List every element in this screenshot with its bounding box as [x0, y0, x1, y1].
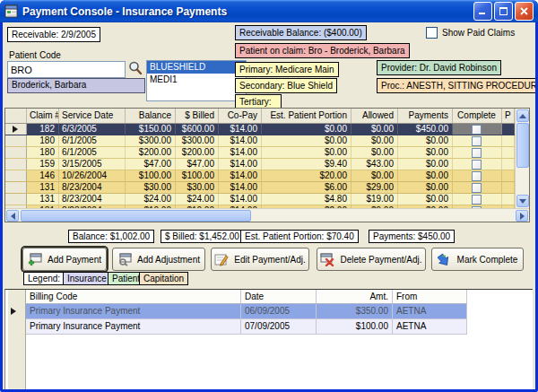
patient-name-suggestion[interactable]: Broderick, Barbara	[7, 78, 145, 93]
scroll-right-button[interactable]	[516, 210, 528, 222]
column-header-from: From	[393, 290, 467, 303]
amount-cell: $350.00	[317, 304, 393, 318]
balance-cell: $150.00	[126, 124, 176, 135]
insurance-list-item[interactable]: MEDI1	[147, 74, 246, 86]
complete-checkbox[interactable]	[472, 148, 482, 158]
complete-checkbox[interactable]	[472, 183, 482, 193]
claim-row[interactable]: 159 3/15/2005 $47.00 $47.00 $14.00 $9.40…	[5, 159, 515, 170]
copay-cell: $14.00	[219, 147, 262, 158]
complete-checkbox[interactable]	[472, 195, 482, 205]
claim-row[interactable]: 180 6/1/2005 $300.00 $300.00 $14.00 $0.0…	[5, 135, 515, 147]
summary-est-patient-portion: Est. Patient Portion: $70.40	[240, 230, 359, 243]
delete-payment-label: Delete Payment/Adj.	[340, 255, 421, 265]
billed-cell: $600.00	[176, 124, 219, 135]
claim-number-cell: 159	[27, 159, 59, 170]
horizontal-scroll-thumb[interactable]	[21, 210, 251, 222]
payment-row[interactable]: Primary Insurance Payment 06/09/2005 $35…	[26, 304, 467, 319]
receivable-balance-label: Receivable Balance: ($400.00)	[235, 25, 367, 40]
minimize-icon	[479, 7, 487, 15]
payments-cell: $0.00	[398, 135, 453, 146]
insurance-list-item[interactable]: BLUESHIELD	[147, 61, 246, 74]
column-header-complete: Complete	[453, 109, 502, 123]
est-patient-portion-cell: $20.00	[262, 170, 351, 181]
row-indicator	[5, 170, 27, 181]
date-cell: 07/09/2005	[241, 319, 317, 334]
provider-label: Provider: Dr. David Robinson	[377, 60, 501, 75]
complete-checkbox[interactable]	[472, 136, 482, 146]
column-header-balance: Balance	[126, 109, 176, 123]
complete-cell	[453, 124, 502, 135]
est-patient-portion-cell: $6.00	[262, 182, 351, 193]
primary-insurance-label: Primary: Medicare Main	[235, 62, 339, 77]
column-header-payments: Payments	[398, 109, 453, 123]
delete-payment-icon	[320, 253, 334, 266]
summary-billed: $ Billed: $1,452.00	[161, 230, 244, 243]
allowed-cell: $29.00	[351, 182, 398, 193]
edit-payment-button[interactable]: Edit Payment/Adj.	[211, 248, 309, 271]
service-date-cell: 8/23/2004	[59, 182, 126, 193]
billed-cell: $100.00	[176, 170, 219, 181]
scroll-up-button[interactable]	[516, 109, 529, 122]
minimize-button[interactable]	[473, 2, 492, 21]
service-date-cell: 6/3/2005	[59, 124, 126, 135]
billing-code-cell: Primary Insurance Payment	[26, 319, 241, 334]
copay-cell: $14.00	[219, 135, 262, 146]
column-header-service-date: Service Date	[59, 109, 126, 123]
payments-table-rows: Primary Insurance Payment 06/09/2005 $35…	[26, 304, 467, 335]
claims-grid-header: Claim # Service Date Balance $ Billed Co…	[5, 109, 515, 124]
billed-cell: $47.00	[176, 159, 219, 170]
claim-row[interactable]: 131 8/23/2004 $24.00 $24.00 $14.00 $4.80…	[5, 194, 515, 205]
edit-payment-icon	[214, 253, 229, 266]
patient-code-input[interactable]	[7, 61, 126, 78]
clipped-cell	[502, 124, 515, 135]
search-button[interactable]	[127, 60, 145, 78]
complete-checkbox[interactable]	[472, 171, 482, 181]
search-icon	[127, 60, 143, 76]
add-payment-button[interactable]: Add Payment	[22, 248, 107, 271]
claim-row[interactable]: 180 6/1/2005 $200.00 $200.00 $14.00 $0.0…	[5, 147, 515, 159]
claims-vertical-scrollbar[interactable]	[515, 109, 529, 208]
add-adjustment-icon	[117, 253, 132, 266]
scroll-left-button[interactable]	[6, 210, 19, 222]
complete-checkbox[interactable]	[472, 125, 482, 135]
summary-payments: Payments: $450.00	[369, 230, 455, 243]
payments-row-indicator-column	[8, 290, 26, 389]
complete-cell	[453, 159, 502, 170]
add-payment-icon	[28, 253, 42, 266]
balance-cell: $100.00	[126, 170, 176, 181]
show-paid-claims-field[interactable]: Show Paid Claims	[426, 27, 515, 39]
clipped-cell	[502, 147, 515, 158]
copay-cell: $14.00	[219, 194, 262, 205]
payment-row[interactable]: Primary Insurance Payment 07/09/2005 $10…	[26, 319, 467, 335]
billed-cell: $30.00	[176, 182, 219, 193]
show-paid-claims-checkbox[interactable]	[426, 27, 438, 39]
complete-checkbox[interactable]	[472, 160, 482, 170]
service-date-cell: 8/23/2004	[59, 194, 126, 205]
maximize-icon	[499, 7, 508, 15]
scroll-down-button[interactable]	[516, 195, 529, 207]
vertical-scroll-thumb[interactable]	[516, 123, 529, 168]
claim-number-cell: 131	[27, 182, 59, 193]
row-indicator	[5, 182, 27, 193]
balance-cell: $300.00	[126, 135, 176, 146]
column-header-clipped: P	[502, 109, 515, 123]
legend-insurance: Insurance	[63, 272, 111, 285]
service-date-cell: 3/15/2005	[59, 159, 126, 170]
close-button[interactable]	[515, 2, 534, 21]
claim-row[interactable]: 146 10/26/2004 $100.00 $100.00 $14.00 $2…	[5, 170, 515, 182]
maximize-button[interactable]	[494, 2, 513, 21]
claim-row[interactable]: 131 8/23/2004 $30.00 $30.00 $14.00 $6.00…	[5, 182, 515, 194]
delete-payment-button[interactable]: Delete Payment/Adj.	[317, 248, 426, 271]
add-payment-label: Add Payment	[48, 255, 101, 265]
complete-cell	[453, 170, 502, 181]
claim-number-cell: 180	[27, 147, 59, 158]
claims-horizontal-scrollbar[interactable]	[5, 208, 529, 222]
mark-complete-button[interactable]: Mark Complete	[431, 248, 524, 271]
edit-payment-label: Edit Payment/Adj.	[234, 255, 305, 265]
close-icon	[520, 7, 528, 15]
complete-cell	[453, 194, 502, 205]
claim-row[interactable]: 182 6/3/2005 $150.00 $600.00 $14.00 $0.0…	[5, 124, 515, 135]
payments-cell: $0.00	[398, 159, 453, 170]
est-patient-portion-cell: $0.00	[262, 135, 351, 146]
add-adjustment-button[interactable]: Add Adjustment	[112, 248, 205, 271]
